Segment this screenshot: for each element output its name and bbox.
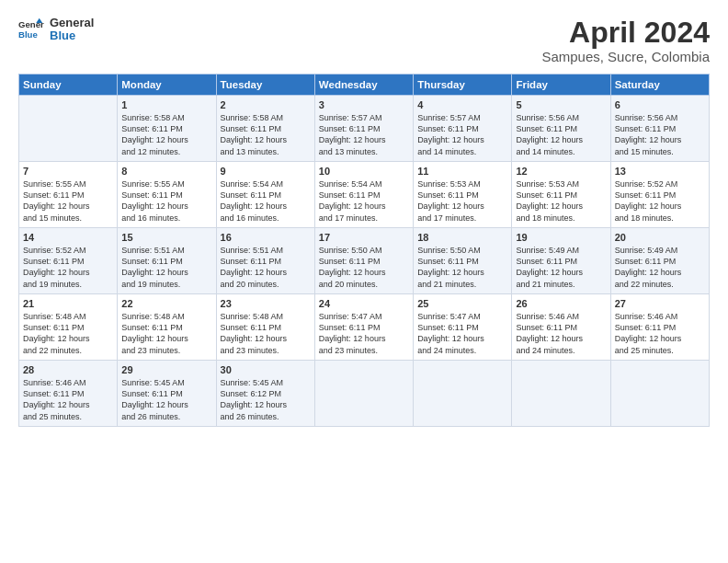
logo-line1: General xyxy=(50,17,94,29)
day-cell: 17Sunrise: 5:50 AMSunset: 6:11 PMDayligh… xyxy=(314,228,413,294)
day-number: 16 xyxy=(221,232,311,243)
location: Sampues, Sucre, Colombia xyxy=(541,49,710,64)
header: General Blue General Blue April 2024 Sam… xyxy=(18,17,710,64)
day-info: Sunrise: 5:48 AMSunset: 6:11 PMDaylight:… xyxy=(23,311,113,356)
day-number: 7 xyxy=(23,166,113,177)
day-info: Sunrise: 5:57 AMSunset: 6:11 PMDaylight:… xyxy=(319,112,409,157)
week-row-2: 7Sunrise: 5:55 AMSunset: 6:11 PMDaylight… xyxy=(19,162,710,228)
day-info: Sunrise: 5:55 AMSunset: 6:11 PMDaylight:… xyxy=(121,178,211,224)
day-cell: 30Sunrise: 5:45 AMSunset: 6:12 PMDayligh… xyxy=(216,361,314,427)
day-cell xyxy=(512,361,610,427)
day-number: 24 xyxy=(319,298,409,309)
col-header-sunday: Sunday xyxy=(19,75,118,96)
day-cell: 11Sunrise: 5:53 AMSunset: 6:11 PMDayligh… xyxy=(414,162,512,228)
day-number: 30 xyxy=(221,364,311,375)
day-number: 22 xyxy=(121,298,211,309)
day-info: Sunrise: 5:48 AMSunset: 6:11 PMDaylight:… xyxy=(121,311,211,356)
calendar-page: General Blue General Blue April 2024 Sam… xyxy=(0,0,728,563)
day-number: 17 xyxy=(319,232,409,243)
day-cell: 14Sunrise: 5:52 AMSunset: 6:11 PMDayligh… xyxy=(19,228,118,294)
day-info: Sunrise: 5:47 AMSunset: 6:11 PMDaylight:… xyxy=(319,311,409,356)
svg-text:Blue: Blue xyxy=(18,29,38,40)
day-cell xyxy=(19,96,118,162)
day-number: 6 xyxy=(615,99,705,110)
day-cell: 5Sunrise: 5:56 AMSunset: 6:11 PMDaylight… xyxy=(512,96,610,162)
day-info: Sunrise: 5:46 AMSunset: 6:11 PMDaylight:… xyxy=(23,377,113,422)
col-header-wednesday: Wednesday xyxy=(314,75,413,96)
day-cell: 20Sunrise: 5:49 AMSunset: 6:11 PMDayligh… xyxy=(610,228,709,294)
month-year: April 2024 xyxy=(541,17,710,49)
day-number: 9 xyxy=(221,166,311,177)
day-info: Sunrise: 5:50 AMSunset: 6:11 PMDaylight:… xyxy=(417,245,507,290)
day-info: Sunrise: 5:50 AMSunset: 6:11 PMDaylight:… xyxy=(319,245,409,290)
calendar-table: SundayMondayTuesdayWednesdayThursdayFrid… xyxy=(18,74,710,427)
day-cell: 21Sunrise: 5:48 AMSunset: 6:11 PMDayligh… xyxy=(19,294,118,361)
day-number: 29 xyxy=(121,364,211,375)
day-cell: 10Sunrise: 5:54 AMSunset: 6:11 PMDayligh… xyxy=(314,162,413,228)
day-number: 19 xyxy=(516,232,606,243)
day-number: 3 xyxy=(319,99,409,110)
day-number: 15 xyxy=(121,232,211,243)
day-info: Sunrise: 5:45 AMSunset: 6:11 PMDaylight:… xyxy=(121,377,211,422)
day-cell: 3Sunrise: 5:57 AMSunset: 6:11 PMDaylight… xyxy=(314,96,413,162)
col-header-thursday: Thursday xyxy=(414,75,512,96)
day-info: Sunrise: 5:58 AMSunset: 6:11 PMDaylight:… xyxy=(121,112,211,157)
day-cell: 24Sunrise: 5:47 AMSunset: 6:11 PMDayligh… xyxy=(314,294,413,361)
day-number: 23 xyxy=(221,298,311,309)
day-info: Sunrise: 5:49 AMSunset: 6:11 PMDaylight:… xyxy=(516,245,606,290)
day-info: Sunrise: 5:51 AMSunset: 6:11 PMDaylight:… xyxy=(221,245,311,290)
day-cell: 28Sunrise: 5:46 AMSunset: 6:11 PMDayligh… xyxy=(19,361,118,427)
day-cell: 22Sunrise: 5:48 AMSunset: 6:11 PMDayligh… xyxy=(118,294,216,361)
day-number: 14 xyxy=(23,232,113,243)
col-header-monday: Monday xyxy=(118,75,216,96)
week-row-1: 1Sunrise: 5:58 AMSunset: 6:11 PMDaylight… xyxy=(19,96,710,162)
day-info: Sunrise: 5:53 AMSunset: 6:11 PMDaylight:… xyxy=(516,178,606,224)
day-cell: 18Sunrise: 5:50 AMSunset: 6:11 PMDayligh… xyxy=(414,228,512,294)
day-cell: 16Sunrise: 5:51 AMSunset: 6:11 PMDayligh… xyxy=(216,228,314,294)
day-number: 20 xyxy=(615,232,705,243)
col-header-friday: Friday xyxy=(512,75,610,96)
day-info: Sunrise: 5:52 AMSunset: 6:11 PMDaylight:… xyxy=(23,245,113,290)
day-number: 27 xyxy=(615,298,705,309)
day-info: Sunrise: 5:51 AMSunset: 6:11 PMDaylight:… xyxy=(121,245,211,290)
day-info: Sunrise: 5:52 AMSunset: 6:11 PMDaylight:… xyxy=(615,178,705,224)
day-cell: 1Sunrise: 5:58 AMSunset: 6:11 PMDaylight… xyxy=(118,96,216,162)
day-cell: 27Sunrise: 5:46 AMSunset: 6:11 PMDayligh… xyxy=(610,294,709,361)
day-cell: 15Sunrise: 5:51 AMSunset: 6:11 PMDayligh… xyxy=(118,228,216,294)
day-cell: 29Sunrise: 5:45 AMSunset: 6:11 PMDayligh… xyxy=(118,361,216,427)
week-row-5: 28Sunrise: 5:46 AMSunset: 6:11 PMDayligh… xyxy=(19,361,710,427)
day-number: 2 xyxy=(221,99,311,110)
logo-line2: Blue xyxy=(50,29,94,42)
day-info: Sunrise: 5:56 AMSunset: 6:11 PMDaylight:… xyxy=(516,112,606,157)
day-info: Sunrise: 5:54 AMSunset: 6:11 PMDaylight:… xyxy=(319,178,409,224)
title-block: April 2024 Sampues, Sucre, Colombia xyxy=(541,17,710,64)
day-cell: 25Sunrise: 5:47 AMSunset: 6:11 PMDayligh… xyxy=(414,294,512,361)
day-cell: 9Sunrise: 5:54 AMSunset: 6:11 PMDaylight… xyxy=(216,162,314,228)
day-number: 25 xyxy=(417,298,507,309)
header-row: SundayMondayTuesdayWednesdayThursdayFrid… xyxy=(19,75,710,96)
day-cell: 4Sunrise: 5:57 AMSunset: 6:11 PMDaylight… xyxy=(414,96,512,162)
day-number: 26 xyxy=(516,298,606,309)
day-info: Sunrise: 5:57 AMSunset: 6:11 PMDaylight:… xyxy=(417,112,507,157)
day-cell: 26Sunrise: 5:46 AMSunset: 6:11 PMDayligh… xyxy=(512,294,610,361)
day-cell xyxy=(314,361,413,427)
day-cell: 2Sunrise: 5:58 AMSunset: 6:11 PMDaylight… xyxy=(216,96,314,162)
day-number: 8 xyxy=(121,166,211,177)
day-info: Sunrise: 5:56 AMSunset: 6:11 PMDaylight:… xyxy=(615,112,705,157)
col-header-tuesday: Tuesday xyxy=(216,75,314,96)
day-info: Sunrise: 5:48 AMSunset: 6:11 PMDaylight:… xyxy=(221,311,311,356)
day-number: 13 xyxy=(615,166,705,177)
day-number: 5 xyxy=(516,99,606,110)
day-cell xyxy=(414,361,512,427)
day-info: Sunrise: 5:45 AMSunset: 6:12 PMDaylight:… xyxy=(221,377,311,422)
day-number: 10 xyxy=(319,166,409,177)
day-number: 1 xyxy=(121,99,211,110)
logo: General Blue General Blue xyxy=(18,17,94,43)
day-number: 12 xyxy=(516,166,606,177)
day-info: Sunrise: 5:47 AMSunset: 6:11 PMDaylight:… xyxy=(417,311,507,356)
col-header-saturday: Saturday xyxy=(610,75,709,96)
day-info: Sunrise: 5:55 AMSunset: 6:11 PMDaylight:… xyxy=(23,178,113,224)
day-cell: 6Sunrise: 5:56 AMSunset: 6:11 PMDaylight… xyxy=(610,96,709,162)
day-cell: 7Sunrise: 5:55 AMSunset: 6:11 PMDaylight… xyxy=(19,162,118,228)
day-cell: 19Sunrise: 5:49 AMSunset: 6:11 PMDayligh… xyxy=(512,228,610,294)
